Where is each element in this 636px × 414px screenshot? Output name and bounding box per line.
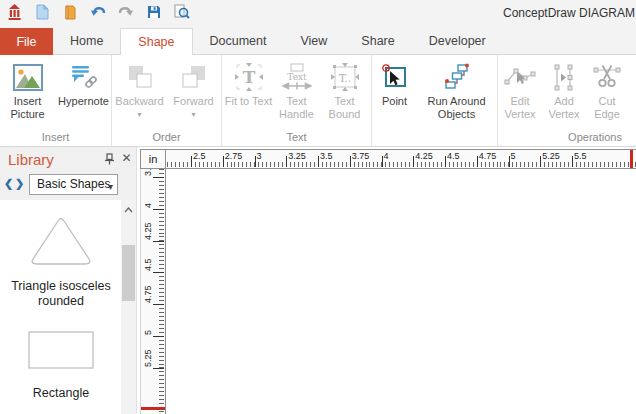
cut-edge-label: Cut Edge bbox=[586, 95, 628, 120]
text-bound-button[interactable]: T.. Text Bound bbox=[321, 59, 369, 120]
truncated-operation-button[interactable]: C bbox=[628, 59, 636, 120]
tab-view[interactable]: View bbox=[283, 28, 344, 54]
shape-item-triangle[interactable]: Triangle isosceles rounded bbox=[5, 214, 117, 309]
backward-dropdown-caret-icon: ▾ bbox=[137, 111, 141, 119]
add-vertex-icon bbox=[552, 59, 576, 95]
scroll-up-button[interactable] bbox=[121, 200, 136, 216]
app-logo-button[interactable] bbox=[5, 5, 23, 23]
backward-icon bbox=[126, 59, 154, 95]
ruler-unit-box: in bbox=[140, 149, 166, 169]
library-panel: Library ✕ ❮ ❯ Basic Shapes ▾ Triangle is… bbox=[0, 147, 137, 414]
print-preview-button[interactable] bbox=[173, 5, 191, 23]
title-bar: ConceptDraw DIAGRAM - bbox=[0, 0, 636, 28]
new-document-icon bbox=[36, 4, 49, 24]
fit-to-text-label: Fit to Text bbox=[225, 95, 272, 108]
new-document-button[interactable] bbox=[33, 5, 51, 23]
fit-to-text-button[interactable]: T Fit to Text bbox=[225, 59, 273, 120]
tab-document[interactable]: Document bbox=[193, 28, 284, 54]
library-selector-dropdown[interactable]: Basic Shapes ▾ bbox=[29, 174, 118, 195]
undo-icon bbox=[89, 5, 107, 24]
ribbon-group-order: Backward ▾ Forward ▾ Order bbox=[112, 55, 222, 146]
print-preview-icon bbox=[174, 4, 190, 24]
conceptdraw-logo-icon bbox=[8, 4, 21, 24]
ribbon-group-insert: Insert Picture Hypernote Insert bbox=[0, 55, 112, 146]
chevron-left-icon: ❮ bbox=[4, 177, 13, 189]
forward-dropdown-caret-icon: ▾ bbox=[191, 111, 195, 119]
pin-icon bbox=[104, 151, 115, 169]
cut-edge-icon bbox=[593, 59, 621, 95]
library-selector-value: Basic Shapes bbox=[37, 177, 110, 191]
add-vertex-button[interactable]: Add Vertex bbox=[542, 59, 586, 120]
tab-file[interactable]: File bbox=[0, 28, 53, 55]
chevron-down-icon: ▾ bbox=[108, 177, 113, 196]
save-button[interactable] bbox=[145, 5, 163, 23]
text-handle-icon: Text bbox=[282, 59, 312, 95]
ribbon-tabs: File Home Shape Document View Share Deve… bbox=[0, 28, 636, 55]
pin-panel-button[interactable] bbox=[102, 152, 117, 167]
h-ruler: 2.52.7533.253.53.7544.254.54.7555.255.5 bbox=[166, 149, 636, 169]
add-vertex-label: Add Vertex bbox=[542, 95, 586, 120]
group-label-insert: Insert bbox=[0, 131, 111, 143]
svg-text:T..: T.. bbox=[338, 72, 351, 85]
close-icon: ✕ bbox=[121, 151, 131, 165]
quick-access-toolbar bbox=[5, 4, 191, 24]
point-label: Point bbox=[382, 95, 407, 108]
tab-shape[interactable]: Shape bbox=[120, 28, 192, 55]
ribbon: Insert Picture Hypernote Insert Backward… bbox=[0, 55, 636, 147]
point-button[interactable]: Point bbox=[373, 59, 417, 120]
group-label-operations: Operations bbox=[498, 131, 636, 143]
text-bound-icon: T.. bbox=[330, 59, 360, 95]
open-button[interactable] bbox=[61, 5, 79, 23]
group-label-order: Order bbox=[112, 131, 221, 143]
tab-developer[interactable]: Developer bbox=[412, 28, 503, 54]
group-label-text: Text bbox=[222, 131, 371, 143]
undo-button[interactable] bbox=[89, 5, 107, 23]
fit-to-text-icon: T bbox=[234, 59, 264, 95]
tab-share[interactable]: Share bbox=[344, 28, 411, 54]
insert-picture-button[interactable]: Insert Picture bbox=[0, 59, 56, 120]
window-title: ConceptDraw DIAGRAM - bbox=[503, 6, 636, 20]
save-icon bbox=[147, 5, 161, 23]
backward-button[interactable]: Backward ▾ bbox=[113, 59, 167, 119]
triangle-isosceles-rounded-shape bbox=[28, 214, 94, 272]
text-bound-label: Text Bound bbox=[321, 95, 369, 120]
forward-label: Forward bbox=[173, 95, 213, 108]
library-prev-button[interactable]: ❮ bbox=[4, 177, 13, 190]
tab-home[interactable]: Home bbox=[53, 28, 120, 54]
cut-edge-button[interactable]: Cut Edge bbox=[586, 59, 628, 120]
redo-icon bbox=[117, 5, 135, 24]
backward-label: Backward bbox=[115, 95, 163, 108]
shape-item-rectangle[interactable]: Rectangle bbox=[5, 331, 117, 401]
v-ruler: 3.7544.254.54.7555.25 bbox=[140, 169, 166, 414]
insert-picture-label: Insert Picture bbox=[0, 95, 56, 120]
shape-label: Triangle isosceles rounded bbox=[5, 279, 117, 309]
app-window: ConceptDraw DIAGRAM - File Home Shape Do… bbox=[0, 0, 636, 414]
close-panel-button[interactable]: ✕ bbox=[119, 150, 134, 165]
text-handle-button[interactable]: Text Text Handle bbox=[273, 59, 321, 120]
svg-text:Text: Text bbox=[287, 72, 307, 82]
hypernote-icon bbox=[70, 59, 98, 95]
redo-button[interactable] bbox=[117, 5, 135, 23]
scrollbar-thumb[interactable] bbox=[122, 245, 135, 301]
open-folder-icon bbox=[63, 5, 78, 24]
insert-picture-icon bbox=[13, 59, 43, 95]
edit-vertex-icon bbox=[504, 59, 536, 95]
chevron-up-icon bbox=[124, 199, 133, 217]
edit-vertex-button[interactable]: Edit Vertex bbox=[498, 59, 542, 120]
chevron-right-icon: ❯ bbox=[15, 177, 24, 189]
page-edge-mark-horizontal bbox=[630, 150, 633, 168]
library-scrollbar[interactable] bbox=[121, 200, 136, 414]
text-handle-label: Text Handle bbox=[273, 95, 321, 120]
drawing-canvas[interactable] bbox=[166, 169, 636, 414]
svg-text:T: T bbox=[242, 67, 255, 87]
ribbon-group-point: Point Run Around Objects bbox=[372, 55, 498, 146]
shape-label: Rectangle bbox=[5, 386, 117, 401]
library-next-button[interactable]: ❯ bbox=[15, 177, 24, 190]
forward-button[interactable]: Forward ▾ bbox=[167, 59, 221, 119]
run-around-objects-icon bbox=[444, 59, 470, 95]
run-around-objects-button[interactable]: Run Around Objects bbox=[417, 59, 497, 120]
hypernote-button[interactable]: Hypernote bbox=[56, 59, 112, 120]
run-around-objects-label: Run Around Objects bbox=[417, 95, 497, 120]
page-edge-mark-vertical bbox=[141, 407, 165, 410]
point-icon bbox=[381, 59, 409, 95]
